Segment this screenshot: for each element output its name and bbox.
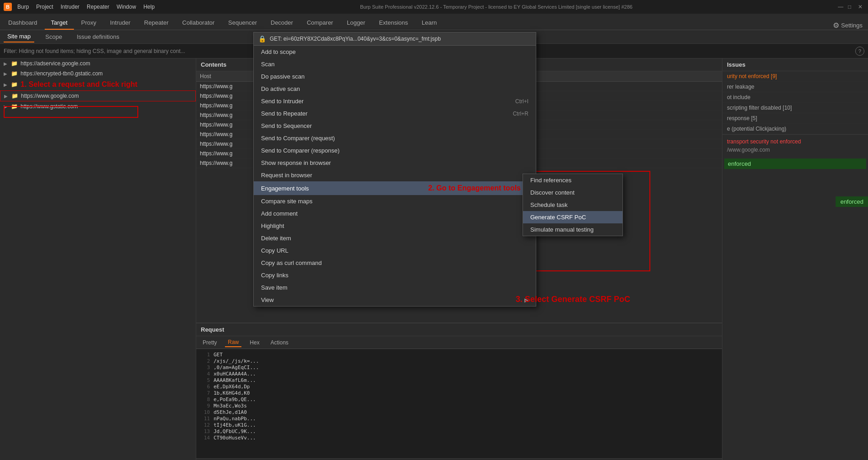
menu-send-repeater[interactable]: Send to Repeater Ctrl+R	[254, 107, 536, 120]
menu-send-sequencer[interactable]: Send to Sequencer	[254, 120, 536, 132]
cell-host: https://www.g	[196, 91, 260, 100]
menu-add-to-scope[interactable]: Add to scope	[254, 46, 536, 58]
title-bar-menu: Burp Project Intruder Repeater Window He…	[17, 4, 155, 10]
menu-active-scan[interactable]: Do active scan	[254, 83, 536, 95]
close-button[interactable]: ✕	[858, 4, 864, 10]
tab-intruder[interactable]: Intruder	[104, 16, 137, 30]
menu-copy-url[interactable]: Copy URL	[254, 244, 536, 257]
tab-pretty[interactable]: Pretty	[200, 338, 220, 347]
not-enforced-label: transport security not enforced	[727, 138, 863, 145]
window-title: Burp Suite Professional v2022.12.6 - Tem…	[155, 4, 838, 10]
request-line: 11nPaQu,nabPb...	[199, 416, 719, 422]
menu-show-response[interactable]: Show response in browser	[254, 157, 536, 169]
chevron-icon: ▶	[4, 94, 10, 99]
title-bar: B Burp Project Intruder Repeater Window …	[0, 0, 868, 14]
maximize-button[interactable]: □	[848, 4, 854, 10]
tab-logger[interactable]: Logger	[340, 16, 371, 30]
tab-proxy[interactable]: Proxy	[75, 16, 103, 30]
sidebar-item-adservice[interactable]: ▶ 📁 https://adservice.google.com	[0, 58, 196, 69]
arrow-icon: ▶	[524, 297, 528, 303]
filter-help-button[interactable]: ?	[855, 47, 864, 56]
request-line: 14CT90oHuseVv...	[199, 435, 719, 441]
submenu-discover-content[interactable]: Discover content	[523, 186, 622, 199]
submenu-generate-csrf[interactable]: Generate CSRF PoC	[523, 211, 622, 223]
tab-repeater[interactable]: Repeater	[138, 16, 175, 30]
request-line: 13Jd,QFbUC,9K...	[199, 428, 719, 434]
context-menu-title: GET: ei=60zRY8X2Cda8xc8PqYia...040&yv=3&…	[270, 36, 441, 42]
menu-engagement-tools[interactable]: Engagement tools 2. Go to Engagement too…	[254, 181, 536, 195]
menu-repeater[interactable]: Repeater	[87, 4, 109, 10]
menu-send-intruder[interactable]: Send to Intruder Ctrl+I	[254, 95, 536, 107]
menu-view[interactable]: View ▶	[254, 294, 536, 306]
tab-collaborator[interactable]: Collaborator	[176, 16, 221, 30]
issue-item[interactable]: urity not enforced [9]	[722, 71, 868, 82]
sidebar-item-encrypted[interactable]: ▶ 📁 https://encrypted-tbn0.gstatic.com	[0, 69, 196, 79]
chevron-icon: ▶	[4, 104, 9, 109]
tab-actions[interactable]: Actions	[268, 338, 291, 347]
menu-intruder[interactable]: Intruder	[61, 4, 79, 10]
menu-project[interactable]: Project	[36, 4, 53, 10]
sidebar: ▶ 📁 https://adservice.google.com ▶ 📁 htt…	[0, 58, 196, 460]
sub-tab-scope[interactable]: Scope	[42, 32, 66, 42]
window-controls: — □ ✕	[838, 4, 864, 10]
request-tabs: Pretty Raw Hex Actions	[196, 336, 722, 349]
settings-icon: ⚙	[833, 21, 839, 30]
col-host: Host	[196, 71, 260, 81]
tab-learn[interactable]: Learn	[415, 16, 443, 30]
submenu-find-references[interactable]: Find references	[523, 174, 622, 186]
menu-passive-scan[interactable]: Do passive scan	[254, 70, 536, 83]
menu-scan[interactable]: Scan	[254, 58, 536, 70]
issue-item[interactable]: scripting filter disabled [10]	[722, 103, 868, 113]
sidebar-url: https://www.google.com	[21, 93, 79, 99]
tab-sequencer[interactable]: Sequencer	[222, 16, 263, 30]
issue-item[interactable]: ot include	[722, 92, 868, 103]
request-line: 1GET	[199, 352, 719, 358]
menu-save-item[interactable]: Save item	[254, 281, 536, 294]
request-line: 4x0uHCAAAA4A...	[199, 371, 719, 377]
tab-raw[interactable]: Raw	[225, 338, 241, 347]
menu-add-comment[interactable]: Add comment	[254, 207, 536, 220]
issues-header: Issues	[722, 58, 868, 71]
tab-dashboard[interactable]: Dashboard	[2, 16, 44, 30]
sidebar-item-gstatic[interactable]: ▶ 📁 https://www.gstatic.com	[0, 101, 196, 111]
menu-send-comparer-resp[interactable]: Send to Comparer (response)	[254, 144, 536, 157]
sub-tab-sitemap[interactable]: Site map	[4, 31, 34, 42]
sub-tab-issue-definitions[interactable]: Issue definitions	[73, 32, 123, 42]
menu-compare-sitemaps[interactable]: Compare site maps	[254, 195, 536, 207]
cell-host: https://www.g	[196, 159, 260, 168]
menu-window[interactable]: Window	[116, 4, 136, 10]
sidebar-item-google[interactable]: ▶ 📁 https://www.google.com	[0, 90, 196, 101]
sidebar-url: https://adservice.google.com	[21, 60, 90, 67]
tab-target[interactable]: Target	[45, 16, 74, 30]
issues-panel: Issues urity not enforced [9] rer leakag…	[722, 58, 868, 460]
request-line: 6eE,DpX64d,Dp	[199, 384, 719, 390]
menu-highlight[interactable]: Highlight ▶	[254, 220, 536, 232]
menu-send-comparer-req[interactable]: Send to Comparer (request)	[254, 132, 536, 144]
issue-details: transport security not enforced /www.goo…	[722, 134, 868, 157]
menu-burp[interactable]: Burp	[17, 4, 29, 10]
menu-copy-curl[interactable]: Copy as curl command	[254, 257, 536, 269]
issue-item[interactable]: rer leakage	[722, 82, 868, 92]
sidebar-url: https://encrypted-tbn0.gstatic.com	[21, 70, 103, 77]
menu-request-browser[interactable]: Request in browser ▶	[254, 169, 536, 181]
tab-extensions[interactable]: Extensions	[372, 16, 414, 30]
tab-decoder[interactable]: Decoder	[264, 16, 299, 30]
tab-comparer[interactable]: Comparer	[300, 16, 340, 30]
filter-text[interactable]: Filter: Hiding not found items; hiding C…	[4, 48, 185, 54]
issue-item[interactable]: response [5]	[722, 113, 868, 124]
minimize-button[interactable]: —	[838, 4, 844, 10]
submenu-simulate-testing[interactable]: Simulate manual testing	[523, 223, 622, 236]
settings-label[interactable]: Settings	[841, 22, 863, 29]
menu-help[interactable]: Help	[143, 4, 155, 10]
menu-delete-item[interactable]: Delete item	[254, 232, 536, 244]
issue-item[interactable]: e (potential Clickjacking)	[722, 124, 868, 134]
sidebar-item-play[interactable]: ▶ 📁 1. Select a request and Click right	[0, 79, 196, 90]
cell-host: https://www.g	[196, 149, 260, 158]
request-line: 10d5EhJe,d1A0	[199, 409, 719, 415]
submenu-schedule-task[interactable]: Schedule task	[523, 199, 622, 211]
menu-copy-links[interactable]: Copy links	[254, 269, 536, 281]
request-line: 3,0/am=AgEqCI...	[199, 365, 719, 370]
burp-logo: B	[4, 3, 12, 11]
context-menu-header: 🔒 GET: ei=60zRY8X2Cda8xc8PqYia...040&yv=…	[254, 32, 536, 46]
tab-hex[interactable]: Hex	[247, 338, 262, 347]
